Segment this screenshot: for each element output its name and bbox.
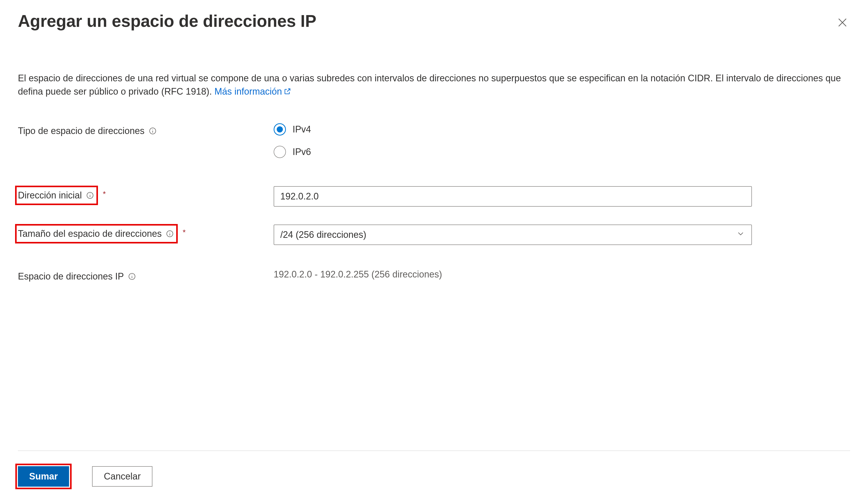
learn-more-link[interactable]: Más información [214, 86, 291, 97]
start-address-input[interactable] [273, 186, 752, 207]
ip-space-label-wrap: Espacio de direcciones IP [18, 265, 273, 284]
ip-space-value-col: 192.0.2.0 - 192.0.2.255 (256 direcciones… [273, 265, 752, 280]
required-indicator: * [103, 189, 106, 198]
radio-ipv6[interactable]: IPv6 [273, 146, 752, 158]
radio-indicator-ipv4 [273, 123, 286, 136]
add-ip-space-panel: Agregar un espacio de direcciones IP El … [0, 0, 868, 502]
address-size-label-text: Tamaño del espacio de direcciones [18, 228, 162, 239]
external-link-icon [283, 85, 291, 99]
svg-point-7 [90, 194, 90, 194]
form: Tipo de espacio de direcciones IPv4 IPv6 [18, 122, 850, 302]
panel-header: Agregar un espacio de direcciones IP [18, 11, 850, 31]
radio-ipv6-label: IPv6 [292, 147, 311, 157]
info-icon[interactable] [128, 272, 136, 281]
close-button[interactable] [835, 15, 850, 30]
chevron-down-icon [736, 229, 745, 241]
svg-point-4 [153, 129, 153, 130]
ip-space-label-text: Espacio de direcciones IP [18, 271, 124, 282]
svg-point-13 [132, 275, 132, 275]
field-address-size: Tamaño del espacio de direcciones * /24 … [18, 224, 850, 245]
radio-ipv4-label: IPv4 [292, 124, 311, 135]
required-indicator: * [183, 228, 186, 237]
svg-point-10 [169, 232, 170, 232]
description-text: El espacio de direcciones de una red vir… [18, 73, 841, 97]
panel-title: Agregar un espacio de direcciones IP [18, 11, 316, 31]
ip-space-value: 192.0.2.0 - 192.0.2.255 (256 direcciones… [273, 265, 752, 280]
learn-more-label: Más información [214, 86, 282, 97]
start-address-input-col [273, 186, 752, 207]
address-size-label-highlight: Tamaño del espacio de direcciones [16, 225, 177, 243]
address-size-input-col: /24 (256 direcciones) [273, 224, 752, 245]
address-size-select[interactable]: /24 (256 direcciones) [273, 224, 752, 245]
start-address-label-highlight: Dirección inicial [16, 186, 97, 204]
radio-indicator-ipv6 [273, 146, 286, 158]
info-icon[interactable] [86, 191, 94, 199]
add-button[interactable]: Sumar [18, 466, 69, 487]
address-type-label: Tipo de espacio de direcciones [18, 122, 273, 140]
close-icon [837, 25, 848, 29]
info-icon[interactable] [148, 127, 157, 135]
address-size-label-wrap: Tamaño del espacio de direcciones * [18, 224, 273, 243]
start-address-label-text: Dirección inicial [18, 190, 82, 201]
address-type-label-text: Tipo de espacio de direcciones [18, 126, 145, 136]
field-address-type: Tipo de espacio de direcciones IPv4 IPv6 [18, 122, 850, 158]
field-ip-space: Espacio de direcciones IP 192.0.2.0 - 19… [18, 265, 850, 284]
address-size-value: /24 (256 direcciones) [280, 229, 366, 240]
start-address-label-wrap: Dirección inicial * [18, 186, 273, 205]
address-type-input-col: IPv4 IPv6 [273, 122, 752, 158]
panel-footer: Sumar Cancelar [18, 451, 850, 502]
field-start-address: Dirección inicial * [18, 186, 850, 207]
info-icon[interactable] [166, 230, 174, 238]
radio-ipv4[interactable]: IPv4 [273, 123, 752, 136]
address-type-radiogroup: IPv4 IPv6 [273, 122, 752, 158]
cancel-button[interactable]: Cancelar [92, 466, 153, 487]
panel-description: El espacio de direcciones de una red vir… [18, 72, 850, 99]
